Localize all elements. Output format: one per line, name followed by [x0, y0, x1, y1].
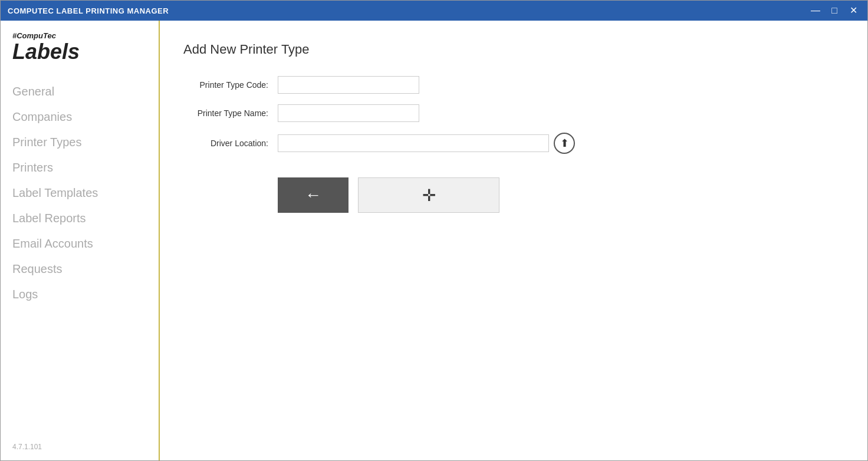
version-label: 4.7.1.101: [12, 443, 42, 451]
sidebar-item-label-templates[interactable]: Label Templates: [1, 180, 159, 206]
back-icon: ←: [305, 186, 321, 205]
printer-type-code-group: Printer Type Code:: [183, 76, 844, 94]
upload-icon: ⬆: [560, 137, 569, 150]
printer-type-code-input[interactable]: [278, 76, 419, 94]
minimize-button[interactable]: —: [808, 4, 823, 18]
add-icon: ✛: [422, 186, 436, 205]
app-body: #CompuTec Labels General Companies Print…: [1, 21, 867, 460]
printer-type-name-input[interactable]: [278, 104, 419, 122]
nav-list: General Companies Printer Types Printers…: [1, 73, 159, 433]
back-button[interactable]: ←: [278, 177, 348, 213]
add-button[interactable]: ✛: [358, 177, 499, 213]
close-button[interactable]: ✕: [846, 4, 860, 18]
printer-type-code-label: Printer Type Code:: [183, 80, 278, 90]
upload-button[interactable]: ⬆: [554, 133, 575, 154]
printer-type-name-group: Printer Type Name:: [183, 104, 844, 122]
app-window: COMPUTEC LABEL PRINTING MANAGER — □ ✕ #C…: [0, 0, 868, 461]
sidebar-item-printer-types[interactable]: Printer Types: [1, 130, 159, 155]
logo-title: Labels: [12, 40, 147, 64]
logo-area: #CompuTec Labels: [1, 21, 159, 73]
driver-location-label: Driver Location:: [183, 139, 278, 148]
sidebar-item-label-reports[interactable]: Label Reports: [1, 206, 159, 231]
sidebar-item-requests[interactable]: Requests: [1, 256, 159, 282]
sidebar-item-printers[interactable]: Printers: [1, 155, 159, 180]
sidebar-item-logs[interactable]: Logs: [1, 282, 159, 307]
page-title: Add New Printer Type: [183, 42, 844, 57]
sidebar-item-email-accounts[interactable]: Email Accounts: [1, 231, 159, 256]
main-content: Add New Printer Type Printer Type Code: …: [160, 21, 867, 460]
title-bar-text: COMPUTEC LABEL PRINTING MANAGER: [8, 6, 169, 15]
logo-brand: #CompuTec: [12, 31, 147, 40]
title-bar: COMPUTEC LABEL PRINTING MANAGER — □ ✕: [1, 1, 867, 21]
driver-location-input[interactable]: [278, 134, 549, 152]
maximize-button[interactable]: □: [827, 4, 841, 18]
sidebar: #CompuTec Labels General Companies Print…: [1, 21, 160, 460]
printer-type-name-label: Printer Type Name:: [183, 108, 278, 118]
sidebar-item-companies[interactable]: Companies: [1, 104, 159, 130]
sidebar-item-general[interactable]: General: [1, 79, 159, 104]
sidebar-footer: 4.7.1.101: [1, 433, 159, 460]
driver-location-group: Driver Location: ⬆: [183, 133, 844, 154]
title-bar-controls: — □ ✕: [808, 4, 860, 18]
button-row: ← ✛: [278, 177, 844, 213]
